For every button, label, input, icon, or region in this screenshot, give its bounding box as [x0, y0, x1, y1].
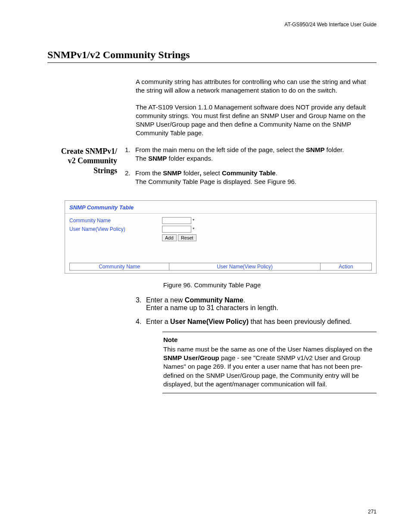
step-1-text-b: folder.	[324, 146, 344, 153]
step-2: 2. From the SNMP folder, select Communit…	[125, 169, 377, 187]
note-bold: SNMP User/Group	[163, 354, 219, 361]
subsection-heading: Create SNMPv1/ v2 Community Strings	[47, 146, 125, 193]
col-action: Action	[320, 263, 371, 270]
step-number: 1.	[125, 146, 135, 163]
step-3-text-c: Enter a name up to 31 characters in leng…	[146, 304, 377, 312]
required-star-icon: *	[193, 218, 194, 223]
community-name-input[interactable]	[162, 217, 191, 224]
user-name-input[interactable]	[162, 226, 191, 233]
note-text-1: This name must be the same as one of the…	[163, 345, 372, 353]
step-4-text-a: Enter a	[146, 318, 170, 325]
subsection-heading-line2: v2 Community	[68, 156, 117, 165]
step-2-bold-2: Community Table	[222, 169, 276, 177]
step-number: 2.	[125, 169, 135, 187]
reset-button[interactable]: Reset	[178, 234, 196, 241]
section-title: SNMPv1/v2 Community Strings	[47, 49, 377, 63]
step-1-text-a: From the main menu on the left side of t…	[135, 146, 306, 153]
step-2-text-c: select	[201, 169, 222, 177]
add-button[interactable]: Add	[162, 234, 177, 241]
intro-paragraph-1: A community string has attributes for co…	[136, 78, 377, 95]
community-name-label: Community Name	[69, 218, 162, 224]
step-4-bold: User Name(View Policy)	[170, 318, 249, 325]
divider	[65, 213, 376, 214]
step-3-text-a: Enter a new	[146, 296, 185, 304]
col-user-name: User Name(View Policy)	[169, 263, 321, 270]
page-number: 271	[368, 509, 377, 515]
step-3-text-b: .	[243, 296, 245, 304]
step-3-bold: Community Name	[185, 296, 243, 304]
subsection-heading-line1: Create SNMPv1/	[61, 147, 117, 156]
user-name-label: User Name(View Policy)	[69, 226, 162, 232]
step-1-bold-c: SNMP	[148, 155, 167, 162]
step-1-bold: SNMP	[306, 146, 324, 153]
col-community-name: Community Name	[70, 263, 169, 270]
figure-caption: Figure 96. Community Table Page	[47, 281, 377, 289]
step-1-text-c2: folder expands.	[167, 155, 213, 162]
intro-paragraph-2: The AT-S109 Version 1.1.0 Management sof…	[136, 103, 377, 138]
step-4: 4. Enter a User Name(View Policy) that h…	[136, 318, 377, 394]
required-star-icon: *	[193, 227, 194, 232]
step-number: 3.	[136, 296, 146, 312]
note-box: Note This name must be the same as one o…	[162, 332, 377, 394]
step-1: 1. From the main menu on the left side o…	[125, 146, 377, 163]
community-table-grid: Community Name User Name(View Policy) Ac…	[69, 263, 372, 271]
step-4-text-b: that has been previously defined.	[249, 318, 352, 325]
step-1-text-c1: The	[135, 155, 148, 162]
step-2-text-a: From the	[135, 169, 163, 177]
note-label: Note	[163, 336, 376, 344]
subsection-heading-line3: Strings	[93, 166, 117, 175]
step-number: 4.	[136, 318, 146, 394]
step-2-text-b: folder	[182, 169, 200, 177]
step-2-text-d: .	[276, 169, 277, 177]
doc-header: AT-GS950/24 Web Interface User Guide	[47, 22, 377, 28]
step-2-text-e: The Community Table Page is displayed. S…	[135, 177, 377, 186]
step-3: 3. Enter a new Community Name. Enter a n…	[136, 296, 377, 312]
community-table-screenshot: SNMP Community Table Community Name * Us…	[65, 200, 377, 274]
step-2-bold-1: SNMP	[163, 169, 181, 177]
screenshot-title: SNMP Community Table	[65, 201, 376, 212]
